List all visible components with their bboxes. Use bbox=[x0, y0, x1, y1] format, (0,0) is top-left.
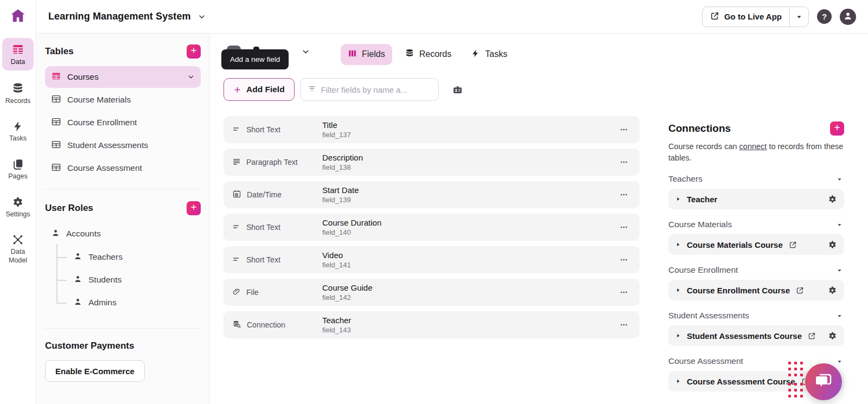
field-row[interactable]: Short Text Course Duration field_140 bbox=[224, 214, 640, 241]
triangle-right-icon[interactable] bbox=[675, 196, 681, 202]
table-title-chevron[interactable] bbox=[301, 47, 310, 56]
table-item-student-assessments[interactable]: Student Assessments bbox=[45, 134, 201, 156]
table-item-courses[interactable]: Courses bbox=[45, 66, 201, 88]
connection-row[interactable]: Student Assessments Course bbox=[668, 325, 844, 346]
table-item-label: Course Assessment bbox=[67, 163, 142, 173]
caret-down-icon[interactable] bbox=[837, 313, 843, 319]
rail-item-label: Pages bbox=[8, 172, 27, 181]
rail-item-tasks[interactable]: Tasks bbox=[2, 116, 34, 147]
caret-down-icon[interactable] bbox=[837, 358, 843, 364]
external-link-icon[interactable] bbox=[808, 332, 816, 340]
group-table-label: Course Materials bbox=[668, 220, 732, 229]
tab-fields[interactable]: Fields bbox=[341, 44, 392, 65]
external-link-icon[interactable] bbox=[789, 241, 797, 249]
tab-records[interactable]: Records bbox=[398, 43, 459, 65]
rail-item-records[interactable]: Records bbox=[2, 77, 34, 110]
plus-icon bbox=[190, 47, 197, 56]
data-table-icon bbox=[11, 43, 24, 56]
field-row[interactable]: Connection Teacher field_143 bbox=[224, 311, 640, 338]
field-name: Course Guide bbox=[322, 283, 373, 292]
divider bbox=[44, 328, 202, 329]
table-item-course-materials[interactable]: Course Materials bbox=[45, 89, 201, 111]
chat-launcher-button[interactable] bbox=[805, 363, 842, 400]
add-user-role-button[interactable] bbox=[187, 201, 201, 215]
filter-icon bbox=[308, 84, 316, 95]
fields-controls: Add Field bbox=[224, 78, 640, 101]
row-menu-icon[interactable] bbox=[617, 155, 631, 169]
add-connection-button[interactable] bbox=[830, 121, 844, 136]
field-row[interactable]: Paragraph Text Description field_138 bbox=[224, 149, 640, 176]
triangle-right-icon[interactable] bbox=[675, 242, 681, 247]
caret-down-icon[interactable] bbox=[837, 267, 843, 273]
go-to-live-app-button[interactable]: Go to Live App bbox=[703, 7, 789, 27]
role-item-admins[interactable]: Admins bbox=[56, 291, 201, 314]
database-icon bbox=[405, 48, 414, 60]
short-text-icon bbox=[232, 255, 241, 265]
go-to-live-app-split-button: Go to Live App bbox=[702, 7, 809, 27]
row-menu-icon[interactable] bbox=[617, 123, 631, 137]
add-field-button[interactable]: Add Field bbox=[224, 78, 295, 101]
connection-group: Course Materials Course Materials Course bbox=[668, 220, 844, 255]
roles-tree: Teachers Students Admins bbox=[56, 246, 201, 314]
avatar[interactable] bbox=[840, 9, 856, 25]
row-menu-icon[interactable] bbox=[617, 285, 631, 299]
field-row[interactable]: Date/Time Start Date field_139 bbox=[224, 181, 640, 208]
tab-label: Tasks bbox=[485, 49, 507, 59]
connection-row[interactable]: Course Enrollment Course bbox=[668, 280, 844, 300]
id-badge-icon[interactable] bbox=[452, 84, 463, 95]
go-to-live-app-dropdown[interactable] bbox=[789, 7, 808, 27]
role-item-students[interactable]: Students bbox=[56, 268, 201, 291]
caret-down-icon[interactable] bbox=[837, 176, 843, 182]
chevron-down-icon[interactable] bbox=[187, 73, 195, 81]
app-switcher-chevron[interactable] bbox=[197, 12, 206, 21]
connection-row-label: Course Enrollment Course bbox=[687, 286, 790, 295]
field-row[interactable]: Short Text Title field_137 bbox=[224, 116, 640, 143]
gear-icon[interactable] bbox=[828, 240, 837, 249]
rail-item-pages[interactable]: Pages bbox=[2, 153, 34, 185]
role-item-label: Students bbox=[88, 275, 122, 285]
table-item-course-enrollment[interactable]: Course Enrollment bbox=[45, 112, 201, 133]
role-item-teachers[interactable]: Teachers bbox=[56, 246, 201, 268]
rail-item-label: Tasks bbox=[9, 134, 27, 143]
field-row[interactable]: Short Text Video field_141 bbox=[224, 246, 640, 273]
field-meta: Video field_141 bbox=[322, 251, 351, 269]
table-item-course-assessment[interactable]: Course Assessment bbox=[45, 157, 201, 179]
filter-fields-input[interactable] bbox=[321, 85, 431, 94]
row-menu-icon[interactable] bbox=[617, 253, 631, 267]
home-button[interactable] bbox=[0, 0, 36, 34]
rail-item-data-model[interactable]: Data Model bbox=[2, 229, 34, 268]
connection-row[interactable]: Teacher bbox=[668, 189, 844, 209]
field-row[interactable]: File Course Guide field_142 bbox=[224, 279, 640, 306]
enable-ecommerce-button[interactable]: Enable E-Commerce bbox=[45, 360, 145, 382]
top-right-controls: Go to Live App ? bbox=[702, 7, 856, 27]
group-table-label: Student Assessments bbox=[668, 311, 749, 320]
connect-link[interactable]: connect bbox=[739, 142, 767, 151]
field-type: Short Text bbox=[232, 125, 322, 135]
description-text: Course records can bbox=[668, 142, 739, 151]
external-link-icon[interactable] bbox=[796, 286, 804, 294]
role-item-label: Accounts bbox=[66, 229, 101, 239]
field-meta: Title field_137 bbox=[322, 120, 351, 139]
rail-item-data[interactable]: Data bbox=[2, 38, 34, 70]
triangle-right-icon[interactable] bbox=[675, 287, 681, 293]
table-item-label: Student Assessments bbox=[67, 140, 148, 150]
gear-icon[interactable] bbox=[828, 331, 837, 341]
caret-down-icon[interactable] bbox=[837, 222, 843, 228]
gear-icon[interactable] bbox=[828, 286, 837, 295]
add-table-button[interactable] bbox=[187, 44, 201, 59]
triangle-right-icon[interactable] bbox=[675, 379, 681, 384]
table-grid-icon bbox=[51, 71, 61, 84]
role-item-accounts[interactable]: Accounts bbox=[45, 223, 201, 245]
row-menu-icon[interactable] bbox=[617, 318, 631, 332]
rail-item-settings[interactable]: Settings bbox=[2, 191, 34, 223]
help-button[interactable]: ? bbox=[817, 9, 832, 24]
row-menu-icon[interactable] bbox=[617, 188, 631, 202]
person-icon bbox=[73, 274, 82, 286]
field-key: field_139 bbox=[322, 196, 359, 204]
field-type: Date/Time bbox=[232, 189, 322, 200]
triangle-right-icon[interactable] bbox=[675, 333, 681, 338]
gear-icon[interactable] bbox=[828, 195, 837, 204]
connection-row[interactable]: Course Materials Course bbox=[668, 234, 844, 255]
tab-tasks[interactable]: Tasks bbox=[464, 44, 514, 65]
row-menu-icon[interactable] bbox=[617, 220, 631, 234]
